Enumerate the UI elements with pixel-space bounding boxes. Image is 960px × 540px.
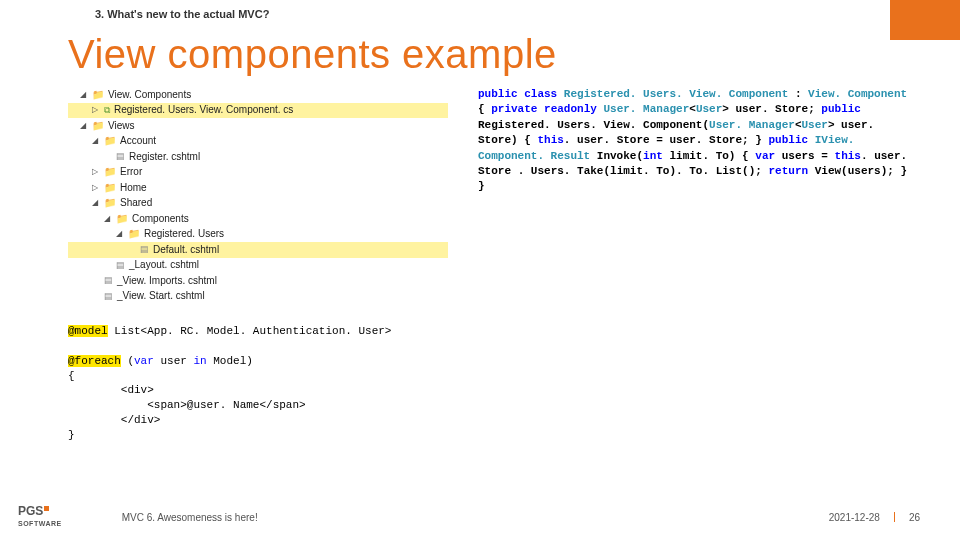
main-content: ◢📁View. Components ▷⧉Registered. Users. … [0,87,960,443]
file-icon: ▤ [116,259,125,272]
folder-icon: 📁 [104,165,116,180]
solution-tree: ◢📁View. Components ▷⧉Registered. Users. … [68,87,448,304]
folder-icon: 📁 [92,88,104,103]
tree-node: Registered. Users. View. Component. cs [114,103,293,118]
tree-node: Components [132,212,189,227]
logo-square-icon [44,506,49,511]
file-icon: ▤ [104,274,113,287]
razor-keyword: @foreach [68,355,121,367]
tree-node: Views [108,119,135,134]
csharp-code: public class Registered. Users. View. Co… [478,87,920,195]
file-icon: ▤ [104,290,113,303]
folder-icon: 📁 [104,181,116,196]
footer: PGS SOFTWARE MVC 6. Awesomeness is here!… [0,506,960,528]
tree-node: Registered. Users [144,227,224,242]
footer-meta: 2021-12-28 26 [829,512,920,523]
razor-keyword: @model [68,325,108,337]
accent-block [890,0,960,40]
page-number: 26 [909,512,920,523]
file-icon: ▤ [116,150,125,163]
tree-node: Error [120,165,142,180]
tree-node: Register. cshtml [129,150,200,165]
tree-node: _View. Imports. cshtml [117,274,217,289]
csharp-icon: ⧉ [104,104,110,117]
footer-date: 2021-12-28 [829,512,880,523]
tree-node: View. Components [108,88,191,103]
tree-node: Account [120,134,156,149]
right-column: public class Registered. Users. View. Co… [478,87,920,443]
tree-node: Home [120,181,147,196]
folder-icon: 📁 [116,212,128,227]
folder-icon: 📁 [92,119,104,134]
left-column: ◢📁View. Components ▷⧉Registered. Users. … [68,87,448,443]
tree-node: Shared [120,196,152,211]
folder-icon: 📁 [104,196,116,211]
tree-node: Default. cshtml [153,243,219,258]
footer-tagline: MVC 6. Awesomeness is here! [122,512,258,523]
page-title: View components example [0,20,960,87]
breadcrumb: 3. What's new to the actual MVC? [0,0,960,20]
file-icon: ▤ [140,243,149,256]
divider [894,512,895,522]
logo: PGS SOFTWARE [18,506,62,528]
tree-node: _View. Start. cshtml [117,289,205,304]
tree-node: _Layout. cshtml [129,258,199,273]
folder-icon: 📁 [128,227,140,242]
folder-icon: 📁 [104,134,116,149]
razor-code: @model List<App. RC. Model. Authenticati… [68,324,448,443]
